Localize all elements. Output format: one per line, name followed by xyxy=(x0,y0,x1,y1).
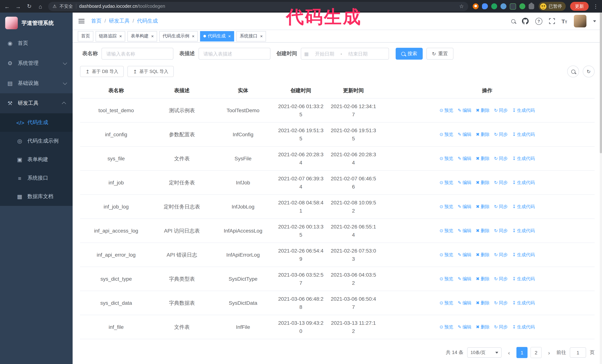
sidebar-subitem[interactable]: ▦ 数据库文档 xyxy=(0,187,73,206)
table-name-input[interactable] xyxy=(101,48,173,60)
generate-code-link[interactable]: ↧ 生成代码 xyxy=(512,154,535,163)
delete-link[interactable]: ✖ 删除 xyxy=(476,275,490,283)
delete-link[interactable]: ✖ 删除 xyxy=(476,227,490,235)
preview-link[interactable]: ⊙ 预览 xyxy=(440,178,453,187)
sidebar-item[interactable]: ▤ 基础设施 xyxy=(0,73,73,93)
tab[interactable]: 表单构建 × xyxy=(128,31,157,41)
prev-page-button[interactable]: ‹ xyxy=(505,349,513,356)
edit-link[interactable]: ✎ 编辑 xyxy=(458,130,472,138)
sidebar-subitem[interactable]: </> 代码生成 xyxy=(0,113,73,132)
edit-link[interactable]: ✎ 编辑 xyxy=(458,154,472,163)
page-number-button[interactable]: 1 xyxy=(516,347,527,358)
delete-link[interactable]: ✖ 删除 xyxy=(476,251,490,259)
end-date-input[interactable] xyxy=(344,51,373,57)
import-sql-button[interactable]: ↥ 基于 SQL 导入 xyxy=(128,66,174,77)
bookmark-star-icon[interactable]: ☆ xyxy=(459,3,464,9)
refresh-button[interactable]: ↻ xyxy=(583,65,595,77)
puzzle-extensions-icon[interactable] xyxy=(529,3,534,9)
generate-code-link[interactable]: ↧ 生成代码 xyxy=(512,106,535,114)
sync-link[interactable]: ↻ 同步 xyxy=(494,251,508,259)
browser-update-button[interactable]: 更新 xyxy=(570,2,589,11)
generate-code-link[interactable]: ↧ 生成代码 xyxy=(512,130,535,138)
tab-close-icon[interactable]: × xyxy=(119,33,122,39)
profile-paused-chip[interactable]: 已暂停 xyxy=(539,2,566,11)
tab[interactable]: 首页 × xyxy=(78,31,93,41)
home-icon[interactable]: ⌂ xyxy=(37,3,44,10)
sidebar-subitem[interactable]: ◎ 代码生成示例 xyxy=(0,132,73,150)
sync-link[interactable]: ↻ 同步 xyxy=(494,275,508,283)
sync-link[interactable]: ↻ 同步 xyxy=(494,299,508,307)
hamburger-icon[interactable] xyxy=(78,19,85,23)
edit-link[interactable]: ✎ 编辑 xyxy=(458,203,472,211)
extension-icon[interactable] xyxy=(510,3,516,10)
delete-link[interactable]: ✖ 删除 xyxy=(476,154,490,163)
sync-link[interactable]: ↻ 同步 xyxy=(494,178,508,187)
delete-link[interactable]: ✖ 删除 xyxy=(476,323,490,331)
url-text[interactable]: dashboard.yudao.iocoder.cn/tool/codegen xyxy=(79,4,165,9)
edit-link[interactable]: ✎ 编辑 xyxy=(458,106,472,114)
sync-link[interactable]: ↻ 同步 xyxy=(494,323,508,331)
avatar-caret-icon[interactable] xyxy=(593,20,596,22)
page-number-button[interactable]: 2 xyxy=(530,347,542,358)
generate-code-link[interactable]: ↧ 生成代码 xyxy=(512,323,535,331)
generate-code-link[interactable]: ↧ 生成代码 xyxy=(512,203,535,211)
edit-link[interactable]: ✎ 编辑 xyxy=(458,323,472,331)
table-desc-input[interactable] xyxy=(199,48,270,60)
toggle-search-button[interactable] xyxy=(567,65,579,77)
preview-link[interactable]: ⊙ 预览 xyxy=(440,130,453,138)
fullscreen-icon[interactable] xyxy=(549,18,555,24)
edit-link[interactable]: ✎ 编辑 xyxy=(458,178,472,187)
reset-button[interactable]: ↻ 重置 xyxy=(426,48,453,60)
extension-icon[interactable] xyxy=(519,3,525,9)
sidebar-subitem[interactable]: ≡ 系统接口 xyxy=(0,169,73,187)
tab[interactable]: 代码生成示例 × xyxy=(159,31,198,41)
date-range-picker[interactable]: ▦ - xyxy=(301,48,389,60)
browser-menu-icon[interactable]: ⋮ xyxy=(593,3,598,9)
sync-link[interactable]: ↻ 同步 xyxy=(494,203,508,211)
tab-close-icon[interactable]: × xyxy=(151,33,154,39)
extension-icon[interactable] xyxy=(501,3,506,9)
sidebar-item[interactable]: ⚙ 系统管理 xyxy=(0,53,73,73)
app-logo[interactable]: 芋道管理系统 xyxy=(0,13,73,33)
extension-icon[interactable] xyxy=(482,3,488,9)
delete-link[interactable]: ✖ 删除 xyxy=(476,203,490,211)
extension-icon[interactable] xyxy=(473,3,479,9)
preview-link[interactable]: ⊙ 预览 xyxy=(440,203,453,211)
tab[interactable]: 系统接口 × xyxy=(236,31,266,41)
generate-code-link[interactable]: ↧ 生成代码 xyxy=(512,251,535,259)
scrollbar-thumb[interactable] xyxy=(600,13,602,153)
sidebar-item[interactable]: ⚒ 研发工具 xyxy=(0,93,73,113)
generate-code-link[interactable]: ↧ 生成代码 xyxy=(512,275,535,283)
edit-link[interactable]: ✎ 编辑 xyxy=(458,227,472,235)
preview-link[interactable]: ⊙ 预览 xyxy=(440,106,453,114)
tab-close-icon[interactable]: × xyxy=(192,33,194,39)
back-icon[interactable]: ← xyxy=(4,3,10,10)
next-page-button[interactable]: › xyxy=(545,349,553,356)
sync-link[interactable]: ↻ 同步 xyxy=(494,154,508,163)
help-icon[interactable]: ? xyxy=(535,18,542,25)
delete-link[interactable]: ✖ 删除 xyxy=(476,178,490,187)
delete-link[interactable]: ✖ 删除 xyxy=(476,130,490,138)
url-path[interactable]: /tool/codegen xyxy=(138,4,165,9)
tab-close-icon[interactable]: × xyxy=(228,33,231,39)
edit-link[interactable]: ✎ 编辑 xyxy=(458,275,472,283)
sync-link[interactable]: ↻ 同步 xyxy=(494,106,508,114)
sync-link[interactable]: ↻ 同步 xyxy=(494,227,508,235)
goto-page-input[interactable] xyxy=(570,347,586,358)
preview-link[interactable]: ⊙ 预览 xyxy=(440,299,453,307)
delete-link[interactable]: ✖ 删除 xyxy=(476,106,490,114)
breadcrumb-item[interactable]: 首页 xyxy=(91,18,109,24)
edit-link[interactable]: ✎ 编辑 xyxy=(458,299,472,307)
tab-close-icon[interactable]: × xyxy=(260,33,263,39)
delete-link[interactable]: ✖ 删除 xyxy=(476,299,490,307)
edit-link[interactable]: ✎ 编辑 xyxy=(458,251,472,259)
extension-icon[interactable] xyxy=(491,3,497,9)
sync-link[interactable]: ↻ 同步 xyxy=(494,130,508,138)
tab[interactable]: 代码生成 × xyxy=(200,31,234,41)
search-icon[interactable] xyxy=(511,19,515,23)
preview-link[interactable]: ⊙ 预览 xyxy=(440,275,453,283)
start-date-input[interactable] xyxy=(310,51,339,57)
reload-icon[interactable]: ↻ xyxy=(26,3,32,10)
sidebar-subitem[interactable]: ▣ 表单构建 xyxy=(0,150,73,169)
search-button[interactable]: 搜索 xyxy=(396,48,423,60)
